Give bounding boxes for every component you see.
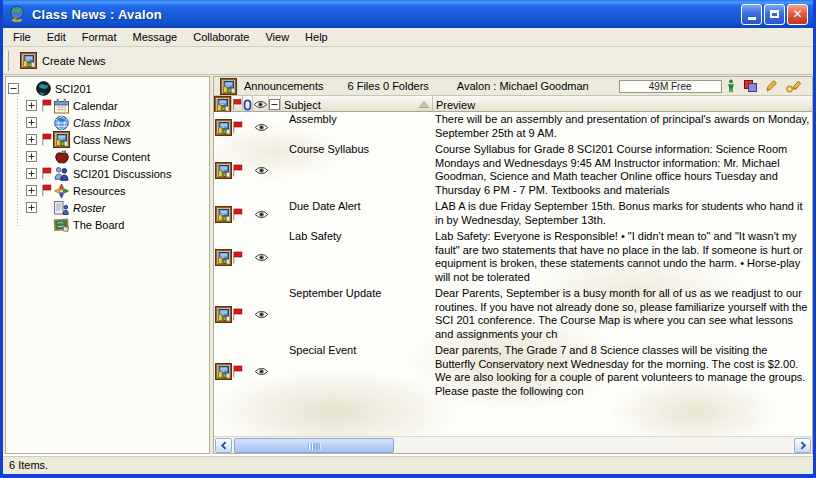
create-news-label: Create News <box>42 55 106 67</box>
app-globe-icon <box>8 5 26 23</box>
message-list-pane: Announcements 6 Files 0 Folders Avalon :… <box>213 76 813 454</box>
collapse-slot <box>269 199 281 229</box>
collapse-minus-icon[interactable] <box>269 96 281 113</box>
attachment-slot <box>243 229 253 286</box>
tree-item-label: Class News <box>73 134 131 146</box>
tree-item-calendar[interactable]: Calendar <box>8 97 209 114</box>
menu-message[interactable]: Message <box>125 29 186 45</box>
menu-collaborate[interactable]: Collaborate <box>185 29 257 45</box>
tree-item-class-inbox[interactable]: Class Inbox <box>8 114 209 131</box>
collapse-slot <box>269 343 281 400</box>
news-board-icon <box>220 78 237 95</box>
tree-item-label: Course Content <box>73 151 150 163</box>
preview-column-header[interactable]: Preview <box>433 96 812 113</box>
message-preview: Course Syllabus for Grade 8 SCI201 Cours… <box>433 142 812 199</box>
sort-ascending-icon <box>418 100 430 109</box>
tree-item-label: Class Inbox <box>73 117 130 129</box>
tree-item-sci201-discussions[interactable]: SCI201 Discussions <box>8 165 209 182</box>
flag-icon <box>41 99 53 112</box>
flag-icon <box>232 199 243 229</box>
message-preview: Lab Safety: Everyone is Responsible! • "… <box>433 229 812 286</box>
tree-item-sci201[interactable]: SCI201 <box>8 80 209 97</box>
message-row[interactable]: AssemblyThere will be an assembly and pr… <box>214 112 812 142</box>
tree-item-the-board[interactable]: The Board <box>8 216 209 233</box>
minimize-button[interactable] <box>741 4 762 25</box>
scroll-left-button[interactable] <box>215 438 232 453</box>
flag-icon <box>232 142 243 199</box>
discussions-icon <box>53 166 70 182</box>
tree-item-resources[interactable]: Resources <box>8 182 209 199</box>
message-subject: Lab Safety <box>281 229 433 286</box>
tree-item-label: SCI201 <box>55 83 92 95</box>
subject-header-label: Subject <box>284 99 321 111</box>
roster-icon <box>53 200 70 216</box>
news-board-icon[interactable] <box>214 96 232 113</box>
message-preview: LAB A is due Friday September 15th. Bonu… <box>433 199 812 229</box>
scroll-right-button[interactable] <box>794 438 811 453</box>
paperclip-icon[interactable] <box>243 96 253 113</box>
menu-view[interactable]: View <box>257 29 297 45</box>
minimize-icon <box>748 17 756 20</box>
menu-file[interactable]: File <box>5 29 39 45</box>
message-subject: Course Syllabus <box>281 142 433 199</box>
news-item-icon <box>214 199 232 229</box>
create-news-button[interactable]: Create News <box>13 49 113 72</box>
eye-icon[interactable] <box>253 96 269 113</box>
message-list: AssemblyThere will be an assembly and pr… <box>214 112 812 436</box>
subject-column-header[interactable]: Subject <box>281 96 433 113</box>
eye-icon <box>253 343 269 400</box>
news-item-icon <box>214 343 232 400</box>
folder-tree-pane: SCI201CalendarClass InboxClass NewsCours… <box>5 76 210 454</box>
status-text: 6 Items. <box>9 459 48 471</box>
expand-toggle-icon[interactable] <box>26 185 37 196</box>
close-button[interactable]: ✕ <box>787 4 808 25</box>
expand-toggle-icon[interactable] <box>26 168 37 179</box>
eye-icon <box>253 229 269 286</box>
tree-item-label: SCI201 Discussions <box>73 168 171 180</box>
eye-icon <box>253 286 269 343</box>
expand-toggle-icon[interactable] <box>26 134 37 145</box>
message-subject: Assembly <box>281 112 433 142</box>
message-row[interactable]: Special EventDear parents, The Grade 7 a… <box>214 343 812 400</box>
status-bar: 6 Items. <box>3 454 813 474</box>
expand-toggle-icon[interactable] <box>26 202 37 213</box>
maximize-button[interactable] <box>764 4 785 25</box>
message-row[interactable]: September UpdateDear Parents, September … <box>214 286 812 343</box>
flag-icon[interactable] <box>232 96 243 113</box>
news-board-icon <box>53 132 70 148</box>
flag-icon <box>232 343 243 400</box>
conference-info-bar: Announcements 6 Files 0 Folders Avalon :… <box>214 77 812 96</box>
flag-icon <box>41 133 53 146</box>
main-area: SCI201CalendarClass InboxClass NewsCours… <box>3 75 813 454</box>
scrollbar-thumb[interactable] <box>234 438 394 453</box>
message-row[interactable]: Due Date AlertLAB A is due Friday Septem… <box>214 199 812 229</box>
tree-item-class-news[interactable]: Class News <box>8 131 209 148</box>
attachment-slot <box>243 112 253 142</box>
toolbar-grip[interactable] <box>6 51 9 71</box>
expand-toggle-icon[interactable] <box>26 117 37 128</box>
tree-item-course-content[interactable]: Course Content <box>8 148 209 165</box>
collapse-toggle-icon[interactable] <box>8 83 19 94</box>
pencil-icon <box>766 79 778 93</box>
expand-toggle-icon[interactable] <box>26 100 37 111</box>
scrollbar-grip-icon <box>308 443 321 450</box>
menu-format[interactable]: Format <box>74 29 125 45</box>
message-row[interactable]: Lab SafetyLab Safety: Everyone is Respon… <box>214 229 812 286</box>
title-bar[interactable]: Class News : Avalon ✕ <box>3 0 813 28</box>
calendar-icon <box>53 98 70 114</box>
message-row[interactable]: Course SyllabusCourse Syllabus for Grade… <box>214 142 812 199</box>
expand-toggle-icon[interactable] <box>26 151 37 162</box>
menu-edit[interactable]: Edit <box>39 29 74 45</box>
message-subject: Special Event <box>281 343 433 400</box>
conference-title: Announcements <box>244 80 324 92</box>
maximize-icon <box>770 10 779 18</box>
tree-item-label: Calendar <box>73 100 118 112</box>
message-preview: Dear parents, The Grade 7 and 8 Science … <box>433 343 812 400</box>
preview-header-label: Preview <box>436 99 475 111</box>
news-item-icon <box>214 229 232 286</box>
resources-icon <box>53 183 70 199</box>
menu-help[interactable]: Help <box>297 29 336 45</box>
horizontal-scrollbar <box>214 436 812 453</box>
tree-item-roster[interactable]: Roster <box>8 199 209 216</box>
collapse-slot <box>269 142 281 199</box>
